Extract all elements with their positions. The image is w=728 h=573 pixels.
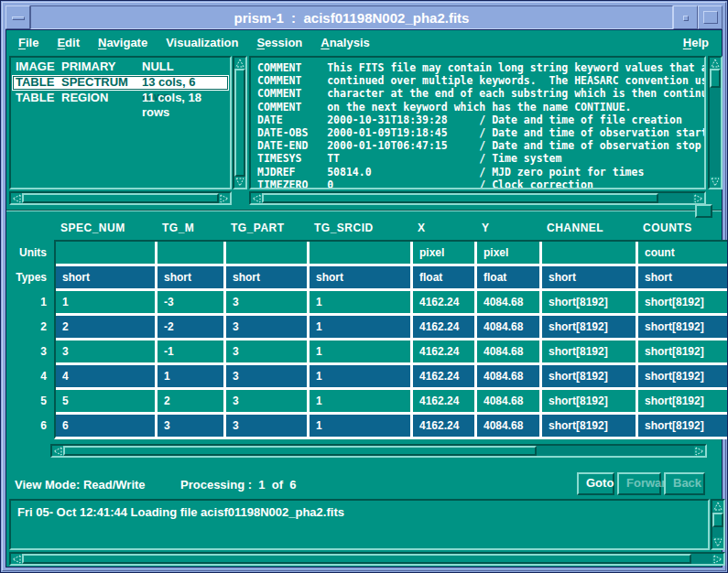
scroll-arrow-left-icon[interactable] — [11, 193, 22, 203]
extensions-hscrollbar[interactable] — [9, 191, 232, 205]
extension-row-spectrum[interactable]: TABLESPECTRUM13 cols, 6 rows — [12, 75, 229, 91]
status-hscrollbar[interactable] — [9, 552, 725, 566]
scrollbar-thumb[interactable] — [234, 69, 245, 177]
table-cell[interactable] — [310, 242, 410, 264]
table-cell[interactable]: 4084.68 — [477, 316, 539, 338]
extensions-vscrollbar[interactable] — [233, 56, 247, 189]
scrollbar-thumb[interactable] — [712, 513, 723, 527]
table-cell[interactable]: -1 — [158, 341, 223, 362]
table-cell[interactable]: short[8192] — [542, 415, 636, 437]
scroll-arrow-left-icon[interactable] — [52, 446, 63, 456]
table-cell[interactable]: 3 — [226, 341, 307, 362]
status-vscrollbar[interactable] — [711, 499, 725, 550]
table-cell[interactable]: 1 — [158, 365, 223, 387]
scroll-arrow-up-icon[interactable] — [234, 58, 245, 69]
scroll-arrow-down-icon[interactable] — [712, 537, 723, 548]
scrollbar-thumb[interactable] — [22, 554, 691, 564]
table-cell[interactable]: short[8192] — [542, 316, 636, 338]
extension-row-primary[interactable]: IMAGEPRIMARYNULL — [12, 59, 229, 75]
back-button[interactable]: Back — [664, 472, 705, 495]
table-cell[interactable]: short — [310, 266, 410, 288]
table-cell[interactable]: 3 — [226, 291, 307, 313]
header-vscrollbar[interactable] — [708, 56, 723, 189]
table-cell[interactable]: 1 — [310, 316, 410, 338]
table-cell[interactable]: 4162.24 — [413, 341, 474, 362]
scrollbar-trough[interactable] — [712, 512, 723, 537]
table-cell[interactable]: short[8192] — [638, 365, 728, 387]
table-cell[interactable]: pixel — [477, 242, 539, 264]
scroll-arrow-up-icon[interactable] — [710, 58, 721, 69]
menu-analysis[interactable]: Analysis — [313, 34, 376, 51]
table-cell[interactable]: 1 — [310, 390, 410, 412]
table-cell[interactable]: 1 — [310, 341, 410, 362]
table-cell[interactable]: 4162.24 — [413, 316, 474, 338]
table-hscrollbar[interactable] — [50, 444, 707, 458]
table-cell[interactable]: 4084.68 — [477, 341, 539, 362]
scrollbar-thumb[interactable] — [63, 446, 537, 456]
table-cell[interactable]: 3 — [56, 341, 155, 362]
table-cell[interactable]: short[8192] — [542, 291, 636, 313]
menu-file[interactable]: File — [11, 34, 46, 51]
table-cell[interactable]: 1 — [310, 365, 410, 387]
scrollbar-trough[interactable] — [22, 554, 712, 564]
table-cell[interactable]: short[8192] — [542, 341, 636, 362]
table-cell[interactable] — [158, 242, 223, 264]
table-cell[interactable] — [542, 242, 636, 264]
table-cell[interactable]: 3 — [226, 365, 307, 387]
table-cell[interactable]: short[8192] — [638, 390, 728, 412]
scroll-arrow-down-icon[interactable] — [710, 177, 721, 188]
table-cell[interactable]: short[8192] — [638, 415, 728, 437]
table-cell[interactable]: 4 — [56, 365, 155, 387]
table-cell[interactable]: short[8192] — [638, 341, 728, 362]
menu-session[interactable]: Session — [249, 34, 310, 51]
scroll-arrow-right-icon[interactable] — [219, 193, 230, 203]
menu-edit[interactable]: Edit — [49, 34, 87, 51]
table-cell[interactable]: 3 — [226, 316, 307, 338]
table-cell[interactable]: 5 — [56, 390, 155, 412]
table-cell[interactable]: -3 — [158, 291, 223, 313]
table-cell[interactable] — [56, 242, 155, 264]
scrollbar-trough[interactable] — [710, 69, 721, 177]
table-cell[interactable]: 4084.68 — [477, 365, 539, 387]
scrollbar-trough[interactable] — [22, 193, 219, 203]
scroll-arrow-left-icon[interactable] — [251, 193, 262, 203]
table-cell[interactable]: 4162.24 — [413, 365, 474, 387]
table-cell[interactable]: pixel — [413, 242, 474, 264]
sash-grip[interactable] — [695, 204, 712, 218]
table-cell[interactable]: 4162.24 — [413, 291, 474, 313]
extension-row-region[interactable]: TABLEREGION11 cols, 18 rows — [12, 91, 229, 106]
table-cell[interactable]: 1 — [56, 291, 155, 313]
table-cell[interactable]: 4084.68 — [477, 291, 539, 313]
table-cell[interactable]: 6 — [56, 415, 155, 437]
scrollbar-trough[interactable] — [234, 69, 245, 177]
menu-help[interactable]: Help — [678, 34, 714, 51]
scroll-arrow-left-icon[interactable] — [11, 554, 22, 564]
menu-visualization[interactable]: Visualization — [158, 34, 245, 51]
table-cell[interactable]: short — [226, 266, 307, 288]
table-cell[interactable]: 4162.24 — [413, 390, 474, 412]
maximize-button[interactable] — [698, 5, 723, 29]
table-cell[interactable]: 1 — [310, 291, 410, 313]
window-menu-button[interactable] — [5, 5, 30, 29]
table-cell[interactable]: 2 — [158, 390, 223, 412]
table-cell[interactable]: short — [638, 266, 728, 288]
table-cell[interactable] — [226, 242, 307, 264]
scrollbar-thumb[interactable] — [710, 69, 721, 88]
scroll-arrow-right-icon[interactable] — [693, 193, 704, 203]
scroll-arrow-down-icon[interactable] — [234, 177, 245, 188]
scrollbar-trough[interactable] — [63, 446, 694, 456]
header-hscrollbar[interactable] — [249, 191, 706, 205]
scrollbar-thumb[interactable] — [22, 193, 219, 203]
table-cell[interactable]: 4084.68 — [477, 415, 539, 437]
table-cell[interactable]: short[8192] — [542, 390, 636, 412]
table-cell[interactable]: 4162.24 — [413, 415, 474, 437]
menu-navigate[interactable]: Navigate — [91, 34, 155, 51]
table-cell[interactable]: 3 — [226, 390, 307, 412]
scroll-arrow-up-icon[interactable] — [712, 501, 723, 512]
table-cell[interactable]: -2 — [158, 316, 223, 338]
table-cell[interactable]: 3 — [226, 415, 307, 437]
table-cell[interactable]: 2 — [56, 316, 155, 338]
table-cell[interactable]: 3 — [158, 415, 223, 437]
table-cell[interactable]: short — [542, 266, 636, 288]
scrollbar-thumb[interactable] — [262, 193, 658, 203]
